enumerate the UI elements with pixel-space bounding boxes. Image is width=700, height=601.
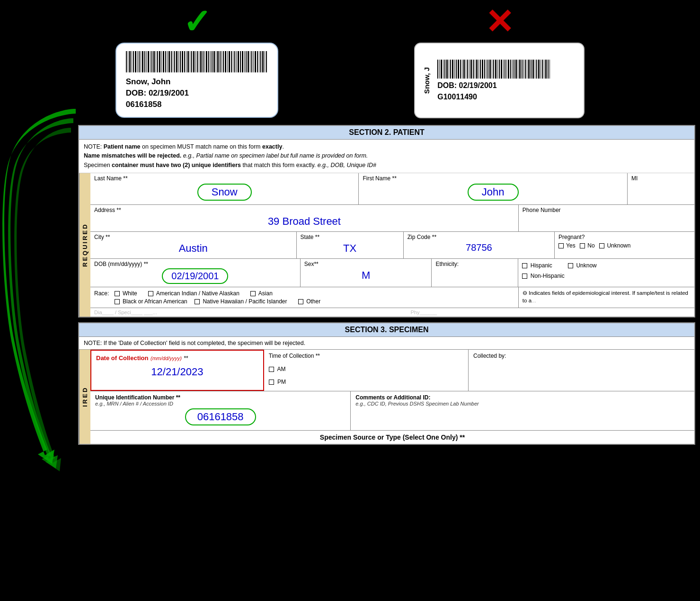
date-label: Date of Collection (96, 354, 149, 362)
svg-rect-69 (255, 51, 256, 72)
svg-rect-80 (444, 60, 445, 79)
svg-rect-124 (527, 60, 527, 79)
svg-rect-8 (141, 51, 141, 72)
svg-rect-45 (210, 51, 211, 72)
name-row: Last Name ** Snow First Name ** John (90, 173, 694, 205)
svg-rect-128 (535, 60, 535, 79)
svg-rect-6 (137, 51, 138, 72)
address-label: Address ** (94, 207, 514, 213)
svg-rect-5 (135, 51, 136, 72)
svg-rect-29 (180, 51, 181, 72)
svg-rect-131 (541, 60, 541, 79)
last-name-label: Last Name ** (94, 175, 354, 182)
svg-rect-109 (499, 60, 500, 79)
svg-rect-126 (531, 60, 532, 79)
state-value: TX (343, 242, 356, 254)
svg-rect-11 (146, 51, 147, 72)
svg-rect-87 (458, 60, 459, 79)
svg-rect-111 (503, 60, 504, 79)
hispanic-checkbox (522, 263, 527, 268)
svg-rect-33 (187, 51, 189, 72)
svg-rect-86 (456, 60, 457, 79)
svg-rect-67 (251, 51, 252, 72)
unknown-eth-checkbox (568, 263, 573, 268)
state-label: State ** (301, 234, 399, 240)
svg-rect-10 (144, 51, 145, 72)
forms-area: SECTION 2. PATIENT NOTE: Patient name on… (78, 125, 695, 445)
svg-rect-103 (487, 60, 488, 79)
svg-rect-79 (443, 60, 443, 79)
specimen-footer: Specimen Source or Type (Select One Only… (90, 431, 694, 444)
collection-row: Date of Collection (mm/dd/yyyy) ** 12/21… (90, 350, 694, 391)
svg-rect-43 (206, 51, 207, 72)
svg-rect-72 (260, 51, 261, 72)
checkmark-icon: ✓ (183, 5, 211, 39)
correct-label-card: Snow, John DOB: 02/19/2001 06161858 (115, 43, 278, 118)
svg-rect-27 (176, 51, 177, 72)
svg-rect-118 (515, 60, 517, 79)
incorrect-card-uid: G10011490 (437, 93, 576, 101)
date-collection-cell: Date of Collection (mm/dd/yyyy) ** 12/21… (90, 350, 264, 391)
svg-rect-125 (528, 60, 530, 79)
svg-rect-83 (450, 60, 451, 79)
svg-rect-70 (257, 51, 258, 72)
svg-rect-100 (482, 60, 483, 79)
svg-rect-55 (229, 51, 230, 72)
unknown-checkbox (599, 243, 604, 248)
ethnicity-options-cell: Hispanic Unknow Non-Hispanic (518, 259, 694, 287)
svg-rect-106 (493, 60, 494, 79)
ai-checkbox (148, 291, 153, 296)
svg-rect-7 (139, 51, 140, 72)
sex-value: M (362, 269, 370, 281)
svg-rect-74 (265, 51, 265, 72)
svg-rect-123 (525, 60, 526, 79)
svg-rect-135 (548, 60, 549, 79)
city-cell: City ** Austin (90, 232, 297, 258)
svg-rect-90 (463, 60, 465, 79)
am-checkbox (269, 367, 274, 372)
svg-rect-22 (167, 51, 168, 72)
svg-rect-44 (208, 51, 209, 72)
svg-rect-98 (478, 60, 479, 79)
city-label: City ** (94, 234, 292, 240)
svg-rect-114 (508, 60, 509, 79)
ethnicity-label-cell: Ethnicity: (432, 259, 518, 287)
svg-rect-92 (467, 60, 468, 79)
svg-rect-75 (266, 51, 267, 72)
collected-by-cell: Collected by: (469, 350, 694, 391)
svg-rect-48 (216, 51, 216, 72)
svg-rect-35 (191, 51, 192, 72)
correct-card-name: Snow, John (126, 77, 268, 87)
nhpi-checkbox (195, 299, 200, 304)
zip-label: Zip Code ** (408, 234, 550, 240)
svg-rect-56 (231, 51, 232, 72)
svg-rect-78 (441, 60, 442, 79)
other-checkbox (298, 299, 303, 304)
first-name-label: First Name ** (363, 175, 623, 182)
svg-rect-121 (522, 60, 523, 79)
svg-rect-15 (153, 51, 155, 72)
svg-rect-34 (190, 51, 190, 72)
xmark-icon: ✕ (485, 5, 514, 39)
pregnant-label: Pregnant? (558, 234, 691, 240)
section3-note: NOTE: If the 'Date of Collection' field … (79, 337, 694, 350)
svg-rect-91 (466, 60, 466, 79)
date-value: 12/21/2023 (151, 366, 203, 378)
pregnant-cell: Pregnant? Yes No Unknown (555, 232, 694, 258)
race-row: Race: White American Indian / Native Ala… (90, 287, 694, 308)
svg-rect-66 (250, 51, 250, 72)
svg-rect-39 (199, 51, 199, 72)
svg-rect-104 (489, 60, 491, 79)
svg-rect-120 (519, 60, 521, 79)
svg-rect-89 (462, 60, 462, 79)
svg-rect-62 (242, 51, 243, 72)
race-main: Race: White American Indian / Native Ala… (90, 287, 519, 308)
svg-rect-9 (142, 51, 143, 72)
incorrect-card-dob: DOB: 02/19/2001 (437, 81, 576, 90)
barcode-left (126, 51, 268, 72)
address-row: Address ** 39 Broad Street Phone Number (90, 205, 694, 232)
uid-row: Unique Identification Number ** e.g., MR… (90, 391, 694, 431)
svg-rect-13 (150, 51, 151, 72)
svg-rect-18 (159, 51, 160, 72)
phone-cell: Phone Number (519, 205, 694, 231)
